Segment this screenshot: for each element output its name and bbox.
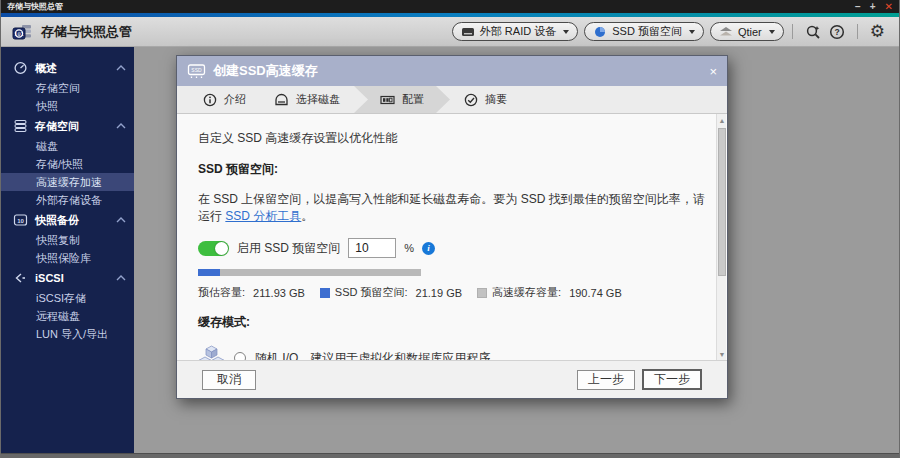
sidebar-item-storage-snapshots[interactable]: 存储/快照 [1,155,134,173]
global-search-button[interactable] [801,24,825,40]
collapse-chevron-icon[interactable] [116,123,126,129]
sidebar-item-external-storage[interactable]: 外部存储设备 [1,191,134,209]
chevron-down-icon [563,30,569,34]
percent-unit-label: % [404,242,414,254]
reserve-description: 在 SSD 上保留空间，以提高写入性能和延长磁盘寿命。要为 SSD 找到最佳的预… [198,191,705,225]
reserve-heading: SSD 预留空间: [198,161,705,178]
svg-text:10: 10 [17,218,24,224]
sidebar-section-snapshot-backup[interactable]: 10 快照备份 [1,209,134,231]
svg-text:101: 101 [14,30,23,36]
dialog-footer: 取消 上一步 下一步 [177,360,727,398]
estimated-capacity-label: 预估容量: [198,285,245,300]
sidebar-item-cache-acceleration[interactable]: 高速缓存加速 [1,173,134,191]
summary-step-icon [464,93,478,107]
help-icon: ? [829,24,845,40]
sidebar-item-iscsi-storage[interactable]: iSCSI存储 [1,289,134,307]
sidebar-section-storage[interactable]: 存储空间 [1,115,134,137]
sidebar-section-overview[interactable]: 概述 [1,57,134,79]
ssd-overprovisioning-button[interactable]: SSD 预留空间 [584,22,704,41]
snapshot-icon: 10 [13,213,28,227]
scroll-up-icon[interactable]: ▲ [717,114,727,126]
sidebar-item-snapshot-vault[interactable]: 快照保险库 [1,249,134,267]
window-bottom-border [1,453,899,458]
previous-button[interactable]: 上一步 [577,370,635,390]
window-titlebar: 存储与快照总管 − + ✕ [1,0,899,13]
app-title: 存储与快照总管 [41,23,132,41]
scrollbar-thumb[interactable] [718,128,726,276]
qtier-icon [719,26,733,38]
dialog-close-button[interactable]: × [709,65,717,78]
disk-step-icon [274,93,289,107]
collapse-chevron-icon[interactable] [116,65,126,71]
minimize-button[interactable]: − [855,2,861,12]
window-title: 存储与快照总管 [7,1,63,12]
reserve-percent-input[interactable] [348,238,396,258]
ssd-drive-icon: SSD [187,63,206,79]
sidebar-item-snapshot-replica[interactable]: 快照复制 [1,231,134,249]
step-summary: 摘要 [450,86,521,113]
gear-icon: ⚙ [870,23,885,40]
svg-text:?: ? [834,27,839,37]
disk-stack-icon [13,119,28,133]
external-raid-device-icon [461,26,475,38]
help-button[interactable]: ? [825,24,849,40]
capacity-legend: 预估容量: 211.93 GB SSD 预留空间: 21.19 GB 高速缓存容… [198,285,705,300]
random-io-cubes-icon [198,345,225,360]
step-select-disks: 选择磁盘 [260,86,354,113]
chevron-down-icon [769,30,775,34]
info-icon[interactable]: i [422,242,435,255]
reserve-slider[interactable] [198,269,421,276]
random-io-radio[interactable] [234,352,246,360]
toolbar-separator [792,24,793,39]
ssd-profiling-tool-link[interactable]: SSD 分析工具 [225,209,301,223]
sidebar-item-storage-space[interactable]: 存储空间 [1,79,134,97]
next-button[interactable]: 下一步 [642,369,702,390]
cancel-button[interactable]: 取消 [202,370,256,390]
reserved-space-label: SSD 预留空间: [335,285,408,300]
create-ssd-cache-dialog: SSD 创建SSD高速缓存 × 介绍 选择磁盘 [176,55,728,399]
dialog-scrollbar[interactable]: ▲ ▼ [716,114,726,360]
collapse-chevron-icon[interactable] [116,217,126,223]
enable-reserve-label: 启用 SSD 预留空间 [237,240,340,257]
search-icon [805,24,821,40]
maximize-button[interactable]: + [870,2,876,12]
gauge-icon [13,61,28,75]
sidebar-item-lun-import-export[interactable]: LUN 导入/导出 [1,325,134,343]
iscsi-icon [13,271,28,285]
random-io-label: 随机 I/O。建议用于虚拟化和数据库应用程序。 [255,350,502,361]
app-window: 存储与快照总管 − + ✕ 101 存储与快照总管 [0,0,900,458]
sidebar-item-remote-disk[interactable]: 远程磁盘 [1,307,134,325]
enable-reserve-toggle[interactable] [198,241,229,256]
close-window-button[interactable]: ✕ [885,2,893,12]
cache-mode-heading: 缓存模式: [198,314,705,331]
intro-text: 自定义 SSD 高速缓存设置以优化性能 [198,130,705,147]
cache-capacity-value: 190.74 GB [569,287,622,299]
chevron-down-icon [689,30,695,34]
random-io-option-row: 随机 I/O。建议用于虚拟化和数据库应用程序。 [198,345,705,360]
estimated-capacity-value: 211.93 GB [253,287,305,299]
cache-capacity-label: 高速缓存容量: [492,285,561,300]
toolbar-separator [857,24,858,39]
ssd-overprovisioning-icon [593,26,607,38]
reserved-legend-swatch [320,288,330,298]
sidebar-section-iscsi[interactable]: iSCSI [1,267,134,289]
info-step-icon [203,93,217,107]
external-raid-device-button[interactable]: 外部 RAID 设备 [452,22,578,41]
configure-step-icon [380,93,395,107]
reserve-slider-fill [198,269,220,276]
sidebar-item-snapshots[interactable]: 快照 [1,97,134,115]
step-intro: 介绍 [189,86,260,113]
settings-button[interactable]: ⚙ [866,23,889,40]
wizard-steps: 介绍 选择磁盘 配置 [177,86,727,114]
scroll-down-icon[interactable]: ▼ [717,348,727,360]
app-toolbar: 101 存储与快照总管 外部 RAID 设备 SSD 预留空间 [1,17,899,47]
sidebar: 概述 存储空间 快照 存储空间 磁盘 存储/快照 高速缓存加速 外部存储设备 1… [1,47,134,453]
sidebar-item-disks[interactable]: 磁盘 [1,137,134,155]
dialog-content: 自定义 SSD 高速缓存设置以优化性能 SSD 预留空间: 在 SSD 上保留空… [177,114,715,360]
storage-snapshots-app-icon: 101 [11,22,33,42]
collapse-chevron-icon[interactable] [116,275,126,281]
svg-text:SSD: SSD [191,67,202,73]
dialog-titlebar: SSD 创建SSD高速缓存 × [177,56,727,86]
qtier-button[interactable]: Qtier [710,22,784,41]
dialog-title: 创建SSD高速缓存 [213,62,318,80]
